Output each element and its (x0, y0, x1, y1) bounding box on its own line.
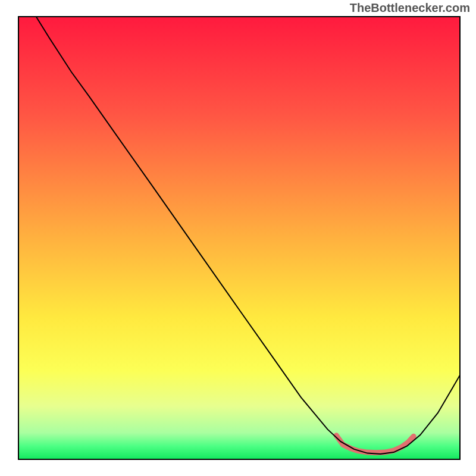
bottleneck-chart (0, 0, 476, 476)
plot-background (18, 17, 460, 459)
watermark-label: TheBottlenecker.com (350, 1, 470, 15)
